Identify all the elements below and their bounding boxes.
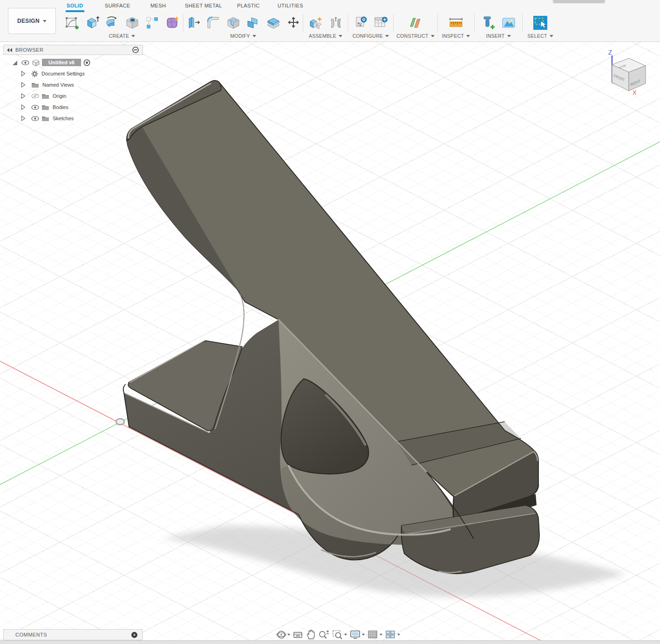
viewports-tool[interactable] (385, 630, 400, 640)
select-dropdown[interactable]: SELECT (527, 33, 553, 39)
toolbar-separator (303, 14, 303, 32)
folder-icon (41, 116, 49, 122)
insert-dropdown[interactable]: INSERT (486, 33, 510, 39)
tree-item-label: Sketches (53, 116, 74, 121)
measure-icon[interactable] (447, 14, 465, 32)
press-pull-icon[interactable] (184, 14, 202, 32)
rectangular-pattern-icon[interactable] (143, 14, 161, 32)
construct-label: CONSTRUCT (396, 33, 429, 39)
new-component-icon[interactable] (307, 14, 325, 32)
browser-panel: BROWSER Untitled v6 (3, 45, 143, 125)
split-body-icon[interactable] (265, 14, 282, 32)
tab-plastic[interactable]: PLASTIC (237, 3, 260, 11)
tree-row-sketches[interactable]: Sketches (3, 114, 143, 123)
browser-tree: Untitled v6 Document Settings (3, 58, 143, 123)
orbit-tool[interactable] (276, 630, 290, 640)
tree-item-label: Origin (53, 93, 66, 99)
tree-item-label: Named Views (42, 82, 74, 88)
chevron-down-icon (339, 35, 342, 37)
tab-utilities[interactable]: UTILITIES (278, 3, 303, 11)
expander-closed-icon[interactable] (21, 104, 26, 110)
toolbar-separator (393, 14, 394, 32)
revolve-icon[interactable] (103, 14, 121, 32)
component-cube-icon (32, 59, 40, 67)
collapse-panel-icon[interactable] (7, 48, 13, 52)
fillet-icon[interactable] (204, 14, 222, 32)
expander-closed-icon[interactable] (21, 116, 26, 121)
chevron-down-icon (431, 35, 435, 37)
tree-item-label: Bodies (53, 104, 68, 110)
activate-component-icon[interactable] (83, 59, 90, 66)
tab-solid[interactable]: SOLID (67, 3, 83, 11)
joint-icon[interactable] (327, 14, 345, 32)
expander-closed-icon[interactable] (21, 71, 26, 76)
combine-icon[interactable] (245, 14, 262, 32)
tree-row-root[interactable]: Untitled v6 (3, 58, 143, 67)
look-at-tool[interactable] (293, 630, 303, 639)
hole-icon[interactable] (123, 14, 141, 32)
comments-bar[interactable]: COMMENTS + (3, 629, 143, 640)
collapsed-panel-handle[interactable] (553, 0, 605, 3)
main-toolbar: DESIGN SOLID SURFACE MESH SHEET METAL PL… (0, 0, 660, 42)
display-settings-tool[interactable] (350, 630, 365, 640)
navigation-toolbar (276, 629, 400, 640)
tree-row-document-settings[interactable]: Document Settings (3, 69, 143, 78)
configuration-icon[interactable] (352, 14, 370, 32)
modify-label: MODIFY (230, 33, 250, 39)
create-label: CREATE (109, 33, 129, 39)
tree-row-named-views[interactable]: Named Views (3, 81, 143, 89)
configure-label: CONFIGURE (353, 33, 383, 39)
expander-closed-icon[interactable] (21, 82, 26, 88)
tree-row-origin[interactable]: Origin (3, 92, 143, 100)
chevron-down-icon (344, 634, 347, 636)
extrude-icon[interactable] (83, 14, 101, 32)
move-copy-icon[interactable] (285, 14, 302, 32)
shell-icon[interactable] (225, 14, 242, 32)
inspect-dropdown[interactable]: INSPECT (442, 33, 470, 39)
minimize-browser-icon[interactable] (132, 47, 139, 53)
construction-plane-icon[interactable] (407, 14, 424, 32)
design-menu-button[interactable]: DESIGN (8, 8, 56, 34)
browser-title: BROWSER (15, 47, 132, 53)
expander-closed-icon[interactable] (21, 93, 26, 99)
document-name[interactable]: Untitled v6 (42, 59, 81, 66)
select-window-icon[interactable] (531, 14, 549, 32)
zoom-tool[interactable] (318, 630, 329, 640)
create-form-icon[interactable] (163, 14, 181, 32)
construct-dropdown[interactable]: CONSTRUCT (396, 33, 435, 39)
add-comment-icon[interactable]: + (131, 632, 137, 638)
visibility-off-icon[interactable] (31, 93, 39, 99)
grid-settings-tool[interactable] (367, 630, 382, 640)
modify-dropdown[interactable]: MODIFY (230, 33, 256, 39)
tab-surface[interactable]: SURFACE (105, 3, 130, 11)
tree-row-bodies[interactable]: Bodies (3, 103, 143, 111)
create-sketch-icon[interactable] (63, 14, 81, 32)
fit-tool[interactable] (332, 630, 347, 640)
chevron-down-icon (380, 634, 382, 636)
inspect-label: INSPECT (442, 33, 464, 39)
visibility-eye-icon[interactable] (31, 105, 39, 110)
visibility-eye-icon[interactable] (31, 116, 39, 121)
tab-sheet-metal[interactable]: SHEET METAL (185, 3, 222, 11)
pan-tool[interactable] (306, 630, 315, 640)
design-menu-label: DESIGN (17, 18, 40, 24)
3d-viewport[interactable] (0, 42, 660, 644)
toolbar-group-insert: INSERT (476, 13, 521, 39)
browser-header: BROWSER (3, 45, 143, 55)
visibility-eye-icon[interactable] (21, 60, 29, 65)
gear-icon (31, 70, 38, 77)
insert-canvas-icon[interactable] (500, 14, 517, 32)
create-dropdown[interactable]: CREATE (109, 33, 136, 39)
tab-mesh[interactable]: MESH (150, 3, 166, 11)
expander-open-icon[interactable] (12, 60, 18, 66)
folder-icon (41, 104, 49, 110)
configure-dropdown[interactable]: CONFIGURE (353, 33, 389, 39)
chevron-down-icon (397, 634, 400, 636)
comments-title: COMMENTS (15, 632, 131, 637)
view-cube[interactable]: TOP FRONT RIGHT Z X (598, 44, 660, 103)
insert-fastener-icon[interactable] (480, 14, 497, 32)
assemble-dropdown[interactable]: ASSEMBLE (309, 33, 342, 39)
chevron-down-icon (466, 35, 470, 37)
configuration-table-icon[interactable] (372, 14, 390, 32)
toolbar-separator (474, 14, 475, 32)
